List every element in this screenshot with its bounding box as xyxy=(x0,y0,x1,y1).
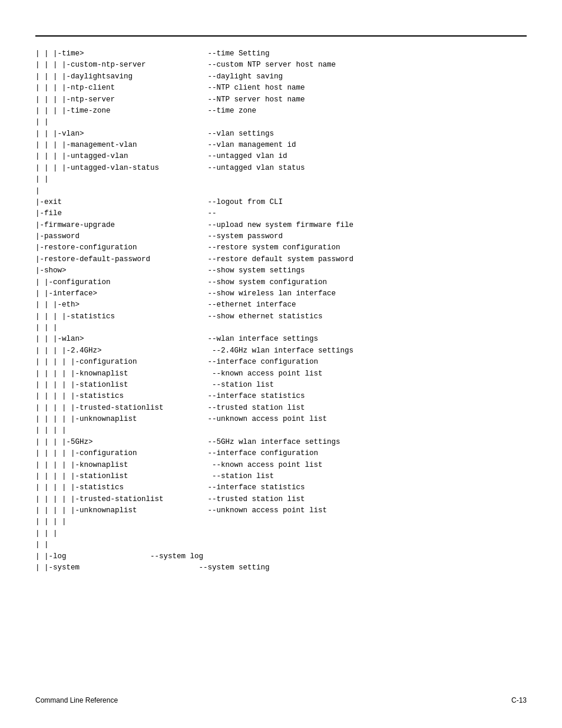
page-footer: Command Line Reference C-13 xyxy=(35,696,527,704)
footer-page-number: C-13 xyxy=(511,696,527,704)
top-border xyxy=(35,35,527,37)
footer-left-label: Command Line Reference xyxy=(35,696,118,704)
page-container: | | |-time> --time Setting | | | |-custo… xyxy=(0,0,562,728)
code-block: | | |-time> --time Setting | | | |-custo… xyxy=(35,48,527,574)
